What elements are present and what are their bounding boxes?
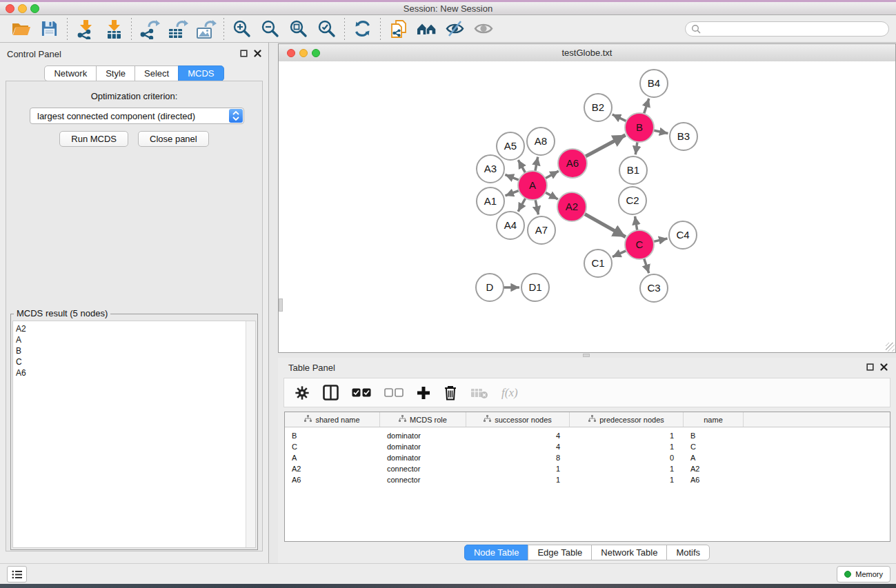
graph-node-a8[interactable]: A8 (527, 128, 555, 155)
cell-MCDS-role[interactable]: dominator (380, 454, 466, 462)
close-panel-icon[interactable] (254, 50, 261, 57)
export-image-button[interactable] (192, 17, 220, 41)
graph-node-c2[interactable]: C2 (619, 187, 646, 214)
table-row-a[interactable]: Adominator80A (285, 452, 890, 463)
graph-node-d[interactable]: D (476, 274, 504, 301)
export-network-button[interactable] (135, 17, 163, 41)
result-list-scrollbar[interactable] (246, 321, 255, 547)
memory-button[interactable]: Memory (837, 566, 890, 582)
cell-MCDS-role[interactable]: connector (380, 465, 466, 473)
cell-name[interactable]: A2 (684, 465, 744, 473)
criterion-dropdown[interactable]: largest connected component (directed) (30, 108, 244, 124)
canvas-vertical-scrollbar[interactable] (279, 298, 283, 312)
import-table-button[interactable] (99, 17, 128, 41)
cell-predecessor-nodes[interactable]: 1 (570, 432, 684, 440)
cell-shared-name[interactable]: C (285, 443, 380, 451)
float-table-panel-icon[interactable] (866, 363, 874, 371)
zoom-in-button[interactable] (228, 17, 256, 41)
graph-node-c[interactable]: C (625, 230, 654, 259)
cell-MCDS-role[interactable]: dominator (380, 443, 466, 451)
graph-node-c1[interactable]: C1 (584, 250, 612, 277)
cell-predecessor-nodes[interactable]: 1 (570, 465, 684, 473)
table-settings-gear-icon[interactable] (295, 385, 310, 401)
tab-mcds[interactable]: MCDS (178, 65, 223, 81)
hide-graphics-details-button[interactable] (441, 17, 469, 41)
open-session-button[interactable] (7, 17, 35, 41)
close-table-panel-icon[interactable] (880, 363, 888, 371)
graph-node-b[interactable]: B (625, 113, 654, 142)
table-row-c[interactable]: Cdominator41C (285, 441, 890, 452)
column-header-successor-nodes[interactable]: successor nodes (466, 412, 570, 427)
column-header-predecessor-nodes[interactable]: predecessor nodes (570, 412, 684, 427)
create-column-plus-icon[interactable] (417, 386, 430, 400)
cell-name[interactable]: A (684, 454, 744, 462)
home-button[interactable] (412, 17, 441, 41)
column-header-shared-name[interactable]: shared name (285, 412, 380, 427)
graph-node-b1[interactable]: B1 (619, 156, 647, 184)
cell-MCDS-role[interactable]: connector (380, 476, 466, 484)
graph-node-a6[interactable]: A6 (558, 149, 587, 178)
cell-successor-nodes[interactable]: 4 (466, 443, 570, 451)
task-history-button[interactable] (7, 566, 27, 582)
close-panel-button[interactable]: Close panel (138, 131, 209, 147)
main-titlebar[interactable]: Session: New Session (0, 2, 896, 15)
cell-name[interactable]: A6 (684, 476, 744, 484)
graph-node-b3[interactable]: B3 (670, 123, 697, 150)
search-input[interactable] (701, 23, 883, 34)
graph-node-d1[interactable]: D1 (521, 274, 549, 301)
canvas-horizontal-scrollbar[interactable] (583, 354, 590, 357)
graph-node-b2[interactable]: B2 (584, 94, 612, 121)
graph-node-a5[interactable]: A5 (497, 132, 524, 160)
table-row-a2[interactable]: A2connector11A2 (285, 463, 890, 474)
graph-node-a1[interactable]: A1 (477, 187, 504, 215)
import-network-button[interactable] (71, 17, 99, 41)
zoom-fit-button[interactable] (284, 17, 312, 41)
save-session-button[interactable] (35, 17, 63, 41)
edge-A6-B[interactable] (584, 135, 626, 158)
result-item-a[interactable]: A (13, 334, 255, 345)
cell-successor-nodes[interactable]: 4 (466, 432, 570, 440)
zoom-selected-button[interactable] (312, 17, 341, 41)
edge-A2-C[interactable] (583, 213, 626, 237)
zoom-out-button[interactable] (256, 17, 284, 41)
graph-node-b4[interactable]: B4 (640, 70, 668, 97)
cell-MCDS-role[interactable]: dominator (380, 432, 466, 440)
result-item-a6[interactable]: A6 (13, 367, 255, 378)
cell-successor-nodes[interactable]: 1 (466, 476, 570, 484)
cell-shared-name[interactable]: B (285, 432, 380, 440)
network-canvas[interactable]: B4B2BB3A5A8A6A3AB1A1C2A2A4A7C4CC1C3DD1 (279, 61, 895, 352)
show-column-panel-icon[interactable] (323, 385, 339, 401)
result-item-a2[interactable]: A2 (13, 321, 255, 334)
birds-eye-view-button[interactable] (469, 17, 497, 41)
run-mcds-button[interactable]: Run MCDS (59, 131, 128, 147)
select-all-columns-icon[interactable] (352, 388, 371, 397)
window-resize-grip[interactable] (886, 343, 895, 352)
cell-shared-name[interactable]: A2 (285, 465, 380, 473)
table-row-a6[interactable]: A6connector11A6 (285, 474, 890, 485)
tab-edge-table[interactable]: Edge Table (528, 545, 592, 560)
graph-node-c4[interactable]: C4 (669, 221, 697, 249)
search-field[interactable] (685, 21, 889, 37)
graph-node-a3[interactable]: A3 (477, 155, 504, 183)
cell-shared-name[interactable]: A (285, 454, 380, 462)
result-item-b[interactable]: B (13, 345, 255, 356)
refresh-button[interactable] (348, 17, 377, 41)
column-header-name[interactable]: name (684, 412, 744, 427)
column-header-MCDS-role[interactable]: MCDS role (380, 412, 466, 427)
float-panel-icon[interactable] (240, 50, 248, 57)
table-row-b[interactable]: Bdominator41B (285, 430, 890, 441)
cell-predecessor-nodes[interactable]: 0 (570, 454, 684, 462)
delete-column-trash-icon[interactable] (444, 385, 457, 401)
cell-predecessor-nodes[interactable]: 1 (570, 476, 684, 484)
tab-select[interactable]: Select (135, 65, 179, 81)
export-table-button[interactable] (163, 17, 192, 41)
mcds-result-list[interactable]: A2ABCA6 (12, 321, 256, 548)
tab-network[interactable]: Network (44, 65, 97, 81)
cell-predecessor-nodes[interactable]: 1 (570, 443, 684, 451)
cell-name[interactable]: C (684, 443, 744, 451)
graph-node-a[interactable]: A (518, 171, 547, 200)
tab-motifs[interactable]: Motifs (666, 545, 710, 560)
cell-successor-nodes[interactable]: 8 (466, 454, 570, 462)
cell-successor-nodes[interactable]: 1 (466, 465, 570, 473)
tab-network-table[interactable]: Network Table (591, 545, 667, 560)
